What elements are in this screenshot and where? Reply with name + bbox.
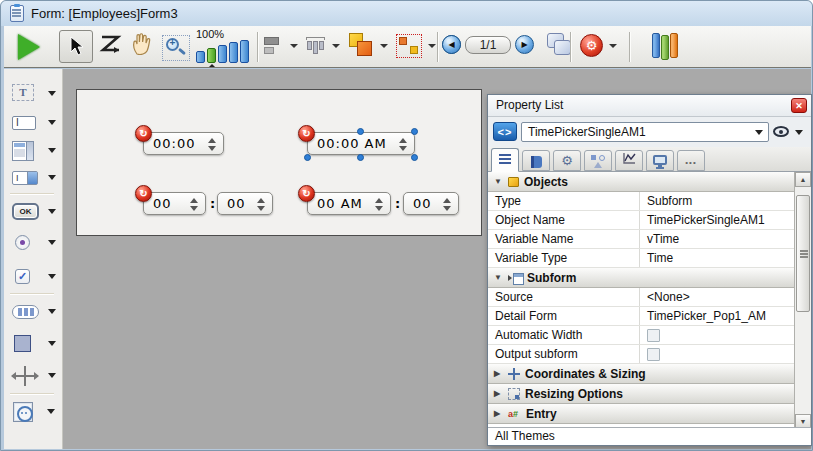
expander-icon[interactable]: ▼ — [494, 273, 504, 282]
tab-display[interactable] — [646, 150, 674, 171]
title-bar[interactable]: Form: [Employees]Form3 — [1, 1, 812, 26]
layer-dropdown-caret[interactable] — [380, 44, 388, 48]
expander-icon[interactable]: ▶ — [494, 369, 504, 378]
object-selector-dropdown[interactable]: TimePickerSingleAM1 — [521, 122, 769, 142]
stepper-icon[interactable] — [398, 137, 407, 152]
property-row[interactable]: Variable Name vTime — [488, 230, 796, 249]
time-picker-am-widget-selected[interactable]: 00:00 AM — [307, 132, 415, 155]
minute-picker-widget[interactable]: 00 — [403, 192, 459, 215]
checkbox-tool[interactable]: ✓ — [15, 269, 30, 284]
button-tool-caret[interactable] — [48, 209, 56, 214]
hour-am-picker-widget[interactable]: 00 AM — [307, 192, 391, 215]
align-dropdown-caret[interactable] — [290, 44, 298, 48]
zoom-tool-button[interactable] — [162, 35, 190, 61]
section-header-entry[interactable]: ▶ a# Entry — [488, 404, 796, 424]
expander-icon[interactable]: ▶ — [494, 409, 504, 418]
property-value[interactable]: TimePicker_Pop1_AM — [640, 307, 796, 325]
align-tool-button[interactable] — [262, 36, 286, 56]
hour-picker-widget[interactable]: 00 — [143, 192, 206, 215]
minute-picker-widget[interactable]: 00 — [217, 192, 273, 215]
expander-icon[interactable]: ▼ — [494, 177, 504, 186]
plugin-area-tool[interactable] — [13, 402, 33, 422]
property-scrollbar[interactable]: ▲ ▼ — [794, 172, 811, 429]
expander-icon[interactable]: ▶ — [494, 389, 504, 398]
scroll-thumb[interactable] — [796, 195, 810, 312]
zoom-bar-1[interactable] — [196, 51, 205, 63]
zoom-bar-5[interactable] — [240, 40, 249, 63]
subform-anchor-icon[interactable]: ↻ — [135, 185, 152, 202]
subform-anchor-icon[interactable]: ↻ — [135, 125, 152, 142]
property-row[interactable]: Source <None> — [488, 288, 796, 307]
rectangle-tool-caret[interactable] — [48, 341, 56, 346]
selection-handle[interactable] — [304, 154, 311, 161]
tab-properties[interactable] — [491, 148, 519, 172]
eye-icon[interactable] — [773, 126, 789, 137]
zoom-level-control[interactable]: 100% — [194, 28, 256, 66]
property-row[interactable]: Output subform — [488, 345, 796, 364]
distribute-tool-button[interactable] — [304, 36, 328, 56]
time-picker-widget[interactable]: 00:00 — [143, 132, 224, 155]
code-icon[interactable]: <> — [493, 122, 517, 141]
splitter-tool[interactable] — [12, 366, 38, 386]
list-box-tool[interactable] — [12, 141, 34, 161]
eye-dropdown-caret[interactable] — [795, 130, 803, 135]
section-header-resizing[interactable]: ▶ Resizing Options — [488, 384, 796, 404]
zoom-bar-current[interactable] — [207, 48, 216, 63]
entry-order-tool-button[interactable] — [98, 30, 124, 64]
plugin-area-tool-caret[interactable] — [47, 409, 55, 414]
move-tool-button[interactable] — [130, 30, 154, 64]
button-tool[interactable]: OK — [12, 203, 39, 220]
combo-box-tool-caret[interactable] — [48, 175, 56, 180]
subform-anchor-icon[interactable]: ↻ — [298, 185, 315, 202]
form-canvas[interactable]: ↻ 00:00 ↻ 00:00 AM ↻ 00 : — [76, 89, 482, 236]
property-value[interactable]: <None> — [640, 288, 796, 306]
stepper-icon[interactable] — [374, 197, 383, 212]
form-properties-button[interactable]: ⚙ — [580, 34, 603, 57]
close-button[interactable]: ✕ — [791, 98, 807, 113]
property-row[interactable]: Variable Type Time — [488, 249, 796, 268]
select-tool-button[interactable] — [59, 30, 93, 63]
previous-page-button[interactable]: ◀ — [442, 35, 461, 54]
text-tool-caret[interactable] — [48, 91, 56, 96]
group-tool-button[interactable] — [396, 34, 422, 58]
input-tool-caret[interactable] — [48, 120, 56, 125]
property-row[interactable]: Automatic Width — [488, 326, 796, 345]
tab-objects[interactable] — [584, 150, 612, 171]
radio-button-tool[interactable] — [15, 235, 30, 250]
stepper-icon[interactable] — [442, 197, 451, 212]
property-list-title-bar[interactable]: Property List ✕ — [488, 95, 811, 117]
selection-handle[interactable] — [357, 128, 364, 135]
text-tool[interactable]: T — [12, 84, 34, 101]
combo-box-tool[interactable]: I — [12, 171, 38, 185]
tab-events[interactable] — [615, 150, 643, 171]
themes-status-bar[interactable]: All Themes — [488, 427, 811, 445]
property-value[interactable]: Time — [640, 249, 796, 267]
gear-dropdown-caret[interactable] — [609, 44, 617, 48]
distribute-dropdown-caret[interactable] — [332, 44, 340, 48]
property-row[interactable]: Detail Form TimePicker_Pop1_AM — [488, 307, 796, 326]
section-header-coordinates[interactable]: ▶ Coordinates & Sizing — [488, 364, 796, 384]
checkbox-tool-caret[interactable] — [48, 274, 56, 279]
property-value[interactable]: vTime — [640, 230, 796, 248]
list-box-tool-caret[interactable] — [48, 148, 56, 153]
selection-handle[interactable] — [357, 154, 364, 161]
property-row[interactable]: Object Name TimePickerSingleAM1 — [488, 211, 796, 230]
input-tool[interactable]: I — [12, 116, 36, 130]
group-dropdown-caret[interactable] — [428, 44, 436, 48]
button-grid-tool[interactable] — [12, 305, 39, 319]
selection-handle[interactable] — [411, 154, 418, 161]
tab-more[interactable]: ••• — [677, 150, 705, 171]
property-row[interactable]: Type Subform — [488, 192, 796, 211]
tab-book[interactable] — [522, 150, 550, 171]
zoom-bar-3[interactable] — [218, 45, 227, 63]
section-header-objects[interactable]: ▼ Objects — [488, 172, 796, 192]
property-value[interactable]: TimePickerSingleAM1 — [640, 211, 796, 229]
section-header-subform[interactable]: ▼ Subform — [488, 268, 796, 288]
next-page-button[interactable]: ▶ — [515, 35, 534, 54]
output-subform-checkbox[interactable] — [647, 348, 660, 361]
move-to-front-button[interactable] — [348, 33, 374, 59]
property-value[interactable]: Subform — [640, 192, 796, 210]
stepper-icon[interactable] — [207, 137, 216, 152]
zoom-bar-4[interactable] — [229, 42, 238, 63]
radio-button-tool-caret[interactable] — [48, 240, 56, 245]
